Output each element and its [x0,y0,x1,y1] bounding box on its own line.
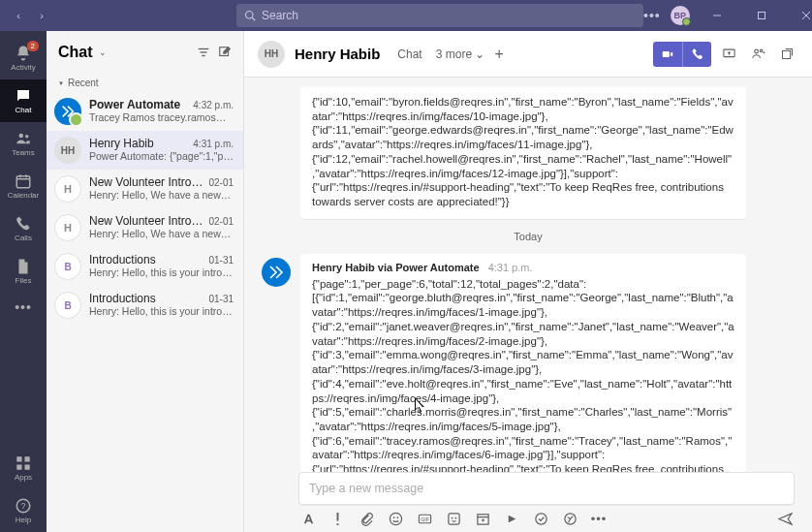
message-row: Henry Habib via Power Automate 4:31 p.m.… [262,254,795,472]
chat-list-item[interactable]: Power Automate4:32 p.m.Tracey Ramos trac… [47,92,243,131]
rail-apps-label: Apps [15,473,32,482]
filter-icon[interactable] [197,46,210,59]
chat-item-avatar: B [54,253,81,280]
composer-toolbar: GIF ••• [298,505,795,526]
recent-section-header[interactable]: ▼ Recent [47,74,243,92]
chat-item-name: Introductions [89,253,204,266]
rail-more[interactable]: ••• [0,293,47,322]
more-apps-icon[interactable]: ••• [591,511,607,526]
svg-rect-15 [25,465,30,470]
rail-help[interactable]: ? Help [0,489,47,532]
format-icon[interactable] [300,511,316,526]
chat-item-time: 01-31 [208,255,234,266]
message-input-placeholder: Type a new message [309,482,423,495]
popout-button[interactable] [775,43,798,66]
chatlist-title: Chat [58,44,93,61]
rail-files[interactable]: Files [0,250,47,293]
svg-point-28 [392,516,394,518]
chat-list-item[interactable]: BIntroductions01-31Henry: Hello, this is… [47,286,243,325]
window-maximize-button[interactable] [744,0,779,31]
day-separator: Today [262,227,795,246]
global-search[interactable]: Search [236,4,643,27]
rail-chat-label: Chat [16,106,32,114]
user-avatar[interactable]: BP [671,6,690,25]
audio-call-button[interactable] [682,42,711,67]
rail-apps[interactable]: Apps [0,447,47,489]
gif-icon[interactable]: GIF [417,511,432,526]
svg-point-25 [760,49,763,52]
chat-item-avatar: H [54,214,81,241]
chat-item-preview: Power Automate: {"page":1,"pe… [89,150,234,162]
viva-icon[interactable] [562,511,578,526]
svg-rect-14 [16,465,21,470]
nav-back-button[interactable]: ‹ [8,5,29,26]
rail-chat[interactable]: Chat [0,79,47,122]
rail-calls[interactable]: Calls [0,207,47,250]
conversation-title: Henry Habib [295,46,380,62]
rail-teams[interactable]: Teams [0,122,47,165]
chat-item-avatar: HH [54,137,81,164]
sticker-icon[interactable] [446,511,461,526]
chat-list-item[interactable]: BIntroductions01-31Henry: Hello, this is… [47,247,243,286]
tab-more[interactable]: 3 more ⌄ [436,47,485,61]
chat-item-preview: Tracey Ramos tracey.ramos@… [89,111,234,123]
attach-icon[interactable] [359,511,374,526]
chat-item-time: 02-01 [208,177,234,188]
chat-item-avatar [54,98,81,125]
tab-chat[interactable]: Chat [397,47,422,61]
more-options-button[interactable]: ••• [643,8,661,23]
rail-files-label: Files [16,276,32,285]
window-close-button[interactable] [789,0,812,31]
svg-point-33 [451,516,453,518]
chatlist-title-chevron-icon[interactable]: ⌄ [99,47,107,57]
recent-label: Recent [68,78,99,88]
chat-item-preview: Henry: Hello, this is your introdu… [89,305,234,317]
message-row: {"id":10,"email":"byron.fields@reqres.in… [262,87,795,219]
chat-item-name: New Volunteer Introduct… [89,175,204,189]
app-rail: Activity 2 Chat Teams Calendar Calls Fil… [0,31,47,532]
chat-list-item[interactable]: HNew Volunteer Introduct…02-01Henry: Hel… [47,208,243,247]
chat-item-time: 01-31 [208,294,234,304]
message-card[interactable]: {"id":10,"email":"byron.fields@reqres.in… [300,87,746,219]
conversation-header: HH Henry Habib Chat 3 more ⌄ + [244,31,812,78]
add-people-button[interactable] [746,43,769,66]
chat-item-name: Introductions [89,292,204,305]
svg-point-0 [246,12,254,19]
window-minimize-button[interactable] [700,0,734,31]
message-card[interactable]: Henry Habib via Power Automate 4:31 p.m.… [300,254,746,472]
svg-rect-32 [448,513,458,523]
nav-forward-button[interactable]: › [31,5,52,26]
svg-point-34 [454,516,456,518]
chat-item-time: 02-01 [208,216,234,227]
chat-item-time: 4:32 p.m. [193,100,234,110]
priority-icon[interactable] [329,511,345,526]
svg-rect-8 [16,176,30,188]
svg-rect-22 [663,51,670,57]
video-call-button[interactable] [653,42,682,67]
search-placeholder: Search [262,9,298,22]
rail-calendar[interactable]: Calendar [0,165,47,207]
svg-point-24 [754,49,758,53]
message-input[interactable]: Type a new message [298,472,795,505]
message-time: 4:31 p.m. [488,262,533,273]
approvals-icon[interactable] [533,511,548,526]
new-chat-icon[interactable] [218,46,232,59]
conversation-avatar: HH [258,41,285,68]
add-tab-button[interactable]: + [494,46,503,63]
caret-down-icon: ▼ [58,80,64,86]
screen-share-button[interactable] [717,43,740,66]
svg-rect-26 [782,50,790,58]
chat-list-panel: Chat ⌄ ▼ Recent Power Automate4:32 p.m.T… [47,31,244,532]
svg-point-6 [19,134,24,139]
rail-activity[interactable]: Activity 2 [0,37,47,79]
conversation-scroll[interactable]: {"id":10,"email":"byron.fields@reqres.in… [244,78,812,472]
stream-icon[interactable] [504,511,519,526]
rail-help-label: Help [16,516,31,524]
chat-list-item[interactable]: HHHenry Habib4:31 p.m.Power Automate: {"… [47,131,243,170]
svg-point-27 [390,513,401,524]
schedule-meeting-icon[interactable] [475,511,490,526]
emoji-icon[interactable] [388,511,403,526]
svg-rect-13 [25,456,30,461]
send-button[interactable] [777,511,793,526]
chat-list-item[interactable]: HNew Volunteer Introduct…02-01Henry: Hel… [47,170,243,208]
